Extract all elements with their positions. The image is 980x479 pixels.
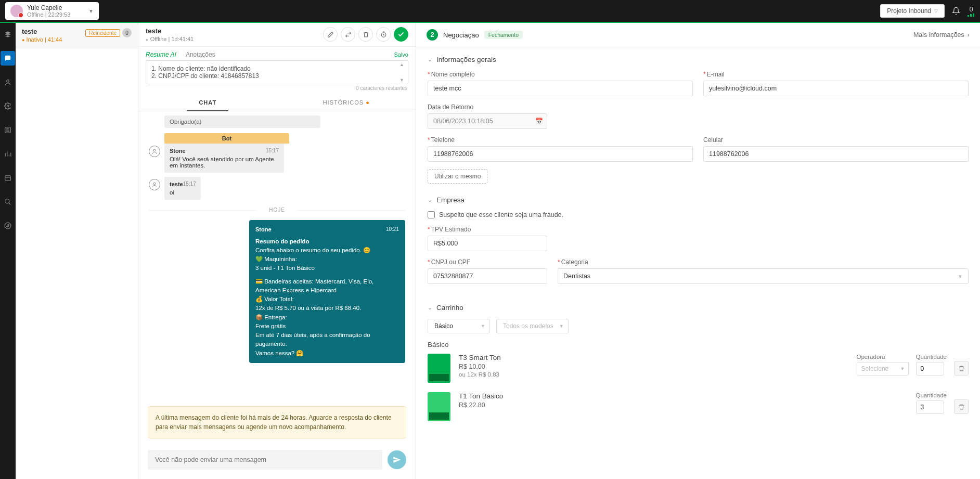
stage-name: Negociação [443,31,479,39]
label-nome: *Nome completo [428,71,693,78]
confirm-button[interactable] [394,27,408,42]
label-data-retorno: Data de Retorno [428,103,547,111]
nav-list-icon[interactable] [1,123,15,137]
message-input[interactable] [148,450,382,470]
online-counter[interactable]: 0 [968,5,975,17]
select-operadora[interactable]: Selecione▼ [857,362,909,376]
project-selector[interactable]: Projeto Inbound ▽ [880,4,945,18]
product-image [428,354,450,383]
input-celular[interactable] [703,146,969,162]
conversation-item[interactable]: teste Inativo | 41:44 Reincidente 0 [16,23,138,48]
label-operadora: Operadora [857,354,909,360]
label-telefone: *Telefone [428,136,693,144]
warning-message: A última mensagem do cliente foi há mais… [148,406,406,438]
chevron-down-icon: ▼ [958,274,963,279]
person-icon [149,146,160,157]
btn-utilizar-mesmo[interactable]: Utilizar o mesmo [428,169,487,184]
chevron-down-icon: ▼ [559,323,564,329]
chars-remaining: 0 caracteres restantes [138,84,416,94]
nav-settings-icon[interactable] [1,99,15,113]
input-tpv[interactable] [428,236,547,251]
step-badge: 2 [427,29,438,41]
nav-layers-icon[interactable] [1,27,15,42]
message-input-row [138,444,416,479]
top-bar: Yule Capelle Offline | 22:29:53 ▼ Projet… [0,0,980,22]
notes-tabs: Resume Aí Anotações Salvo [138,47,416,60]
section-empresa[interactable]: ⌄Empresa [428,196,969,204]
timer-button[interactable] [376,27,391,42]
input-email[interactable] [703,81,969,96]
product-name: T1 Ton Básico [459,392,908,400]
label-quantidade: Quantidade [916,392,947,398]
checkbox-fraude[interactable] [428,211,435,218]
svg-rect-13 [5,176,11,180]
saved-label: Salvo [394,51,408,58]
input-telefone[interactable] [428,146,693,162]
conversation-title: teste [22,28,62,35]
label-categoria: *Categoria [558,258,969,266]
filter-plano[interactable]: Básico▼ [428,319,490,333]
more-info-button[interactable]: Mais informações › [913,31,970,38]
tab-anotacoes[interactable]: Anotações [186,51,215,58]
message-text: oi [170,189,196,196]
svg-point-21 [153,183,156,185]
transfer-button[interactable] [341,27,355,42]
messages-scroll[interactable]: Obrigado(a) Bot Stone15:17 Olá! Você ser… [138,111,416,401]
message-row: teste15:17 oi [149,177,405,200]
input-quantidade[interactable] [916,400,944,414]
chevron-down-icon: ▽ [934,8,938,14]
svg-rect-2 [973,14,974,17]
nav-chart-icon[interactable] [1,147,15,161]
nav-compass-icon[interactable] [1,218,15,233]
user-status-badge[interactable]: Yule Capelle Offline | 22:29:53 ▼ [5,2,99,20]
chat-header: teste Offline | 1d:41:41 [138,23,416,47]
label-fraude: Suspeito que esse cliente seja uma fraud… [439,211,563,218]
select-categoria[interactable]: Dentistas▼ [558,268,969,284]
svg-point-20 [153,149,156,151]
section-info-gerais[interactable]: ⌄Informações gerais [428,56,969,63]
input-quantidade[interactable] [916,362,944,376]
nav-user-icon[interactable] [1,75,15,89]
delete-button[interactable] [358,27,373,42]
notes-textarea[interactable]: 1. Nome do cliente: não identificado 2. … [146,60,408,84]
product-name: T3 Smart Ton [459,354,848,361]
label-cnpj: *CNPJ ou CPF [428,258,547,266]
edit-button[interactable] [323,27,338,42]
project-label: Projeto Inbound [887,7,931,15]
tab-historicos[interactable]: HISTÓRICOS ● [277,94,416,111]
cart-group-title: Básico [428,341,969,348]
scroll-arrows[interactable]: ▲▼ [399,62,407,83]
nav-search-icon[interactable] [1,195,15,209]
send-button[interactable] [388,450,406,469]
input-cnpj[interactable] [428,268,547,284]
nav-chat-icon[interactable] [1,51,15,66]
dot-icon: ● [366,99,370,106]
chat-title: teste [146,27,194,35]
label-email: *E-mail [703,71,969,78]
filter-modelo[interactable]: Todos os modelos▼ [496,319,569,333]
input-nome[interactable] [428,81,693,96]
svg-point-17 [5,223,11,229]
user-status: Offline | 22:29:53 [27,11,70,18]
bell-icon[interactable] [952,7,960,15]
trash-button[interactable] [954,361,969,376]
bot-divider: Bot [164,133,289,144]
badge-count: 0 [122,28,132,37]
section-carrinho[interactable]: ⌄Carrinho [428,304,969,312]
svg-rect-0 [968,15,969,17]
message-text: Olá! Você será atendido por um Agente em… [170,156,279,169]
svg-rect-1 [970,14,972,17]
svg-marker-18 [7,225,9,227]
nav-calendar-icon[interactable] [1,171,15,185]
chevron-down-icon: ▼ [900,366,905,371]
day-separator: HOJE [149,207,405,213]
product-image [428,392,450,421]
panel-header: 2 Negociação Fechamento Mais informações… [416,23,980,47]
input-data-retorno[interactable] [428,113,547,129]
chevron-down-icon: ▼ [88,8,94,14]
trash-button[interactable] [954,399,969,414]
label-tpv: *TPV Estimado [428,226,547,233]
tab-resume-ai[interactable]: Resume Aí [146,51,176,58]
product-row: T3 Smart Ton R$ 10.00 ou 12x R$ 0.83 Ope… [428,354,969,383]
tab-chat[interactable]: CHAT [138,94,277,111]
